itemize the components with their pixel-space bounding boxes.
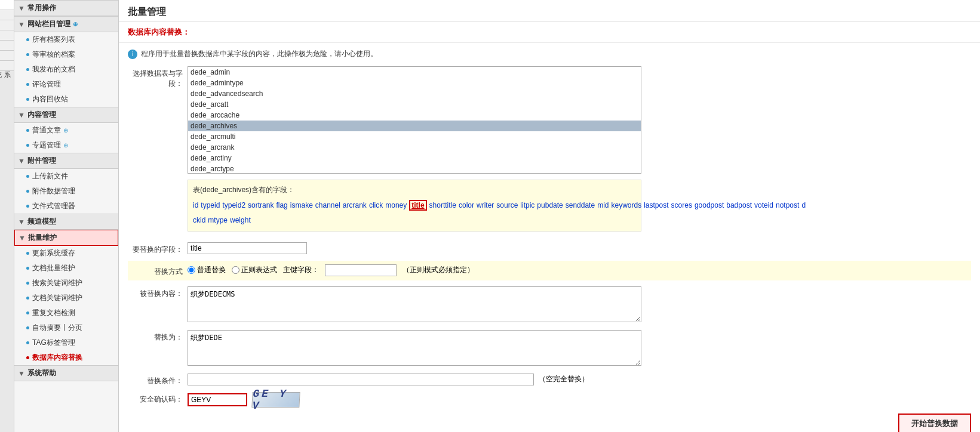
section-arrow6: ▼ bbox=[19, 234, 26, 242]
field-link[interactable]: goodpost bbox=[695, 201, 724, 209]
field-link[interactable]: keywords bbox=[611, 201, 641, 209]
form-row-replace-content: 被替换内容： bbox=[128, 286, 971, 324]
sidebar-item-normal-article[interactable]: 普通文章⊕ bbox=[14, 123, 118, 138]
field-link[interactable]: color bbox=[459, 201, 474, 209]
field-link[interactable]: pubdate bbox=[537, 201, 563, 209]
db-list-item[interactable]: dede_arcrank bbox=[188, 142, 641, 153]
sidebar-item-tag-manage[interactable]: TAG标签管理 bbox=[14, 335, 118, 350]
key-field-label: 主键字段： bbox=[283, 265, 319, 275]
field-link[interactable]: voteid bbox=[754, 201, 773, 209]
section-content-manage[interactable]: ▼ 内容管理 bbox=[14, 107, 118, 123]
sidebar-item-search-keywords[interactable]: 搜索关键词维护 bbox=[14, 276, 118, 291]
sidebar-item-doc-keywords[interactable]: 文档关键词维护 bbox=[14, 291, 118, 306]
sidebar-item-my-docs[interactable]: 我发布的文档 bbox=[14, 62, 118, 77]
sidebar-item-duplicate-check[interactable]: 重复文档检测 bbox=[14, 306, 118, 320]
section-system-label: 系统帮助 bbox=[27, 368, 56, 378]
field-link[interactable]: senddate bbox=[566, 201, 595, 209]
field-link[interactable]: litpic bbox=[520, 201, 534, 209]
sidebar-item-update-cache[interactable]: 更新系统缓存 bbox=[14, 246, 118, 261]
sidebar-item-auto-summary[interactable]: 自动摘要丨分页 bbox=[14, 320, 118, 335]
form-content-replace-content bbox=[188, 286, 971, 324]
field-link[interactable]: scores bbox=[671, 201, 692, 209]
radio-normal-label[interactable]: 普通替换 bbox=[188, 265, 226, 275]
tab-module[interactable]: 模块 bbox=[0, 10, 14, 20]
sidebar-item-special[interactable]: 专题管理⊕ bbox=[14, 138, 118, 153]
field-link[interactable]: mtype bbox=[208, 216, 228, 224]
radio-regex[interactable] bbox=[232, 266, 239, 274]
db-list-item[interactable]: dede_arcatt bbox=[188, 99, 641, 110]
field-link[interactable]: shorttitle bbox=[429, 201, 456, 209]
dot-icon bbox=[26, 98, 29, 101]
sidebar-item-upload[interactable]: 上传新文件 bbox=[14, 169, 118, 184]
sidebar-item-recycle[interactable]: 内容回收站 bbox=[14, 92, 118, 107]
tab-system[interactable]: 系统 bbox=[0, 61, 14, 71]
field-link[interactable]: typeid2 bbox=[222, 201, 245, 209]
tab-member[interactable]: 会员 bbox=[0, 41, 14, 51]
replace-field-input[interactable] bbox=[188, 242, 307, 254]
dot-icon bbox=[26, 129, 29, 132]
sidebar-item-comments[interactable]: 评论管理 bbox=[14, 77, 118, 92]
warning-text: 程序用于批量普换数据库中某字段的内容，此操作极为危险，请小心使用。 bbox=[141, 49, 377, 59]
db-list-item[interactable]: dede_arctiny bbox=[188, 153, 641, 163]
dot-icon bbox=[26, 83, 29, 86]
db-list-item[interactable]: dede_admin bbox=[188, 67, 641, 78]
form-content-submit: 开始普换数据 bbox=[188, 414, 971, 432]
field-link[interactable]: flag bbox=[276, 201, 287, 209]
field-link[interactable]: d bbox=[801, 201, 806, 209]
content-area: i 程序用于批量普换数据库中某字段的内容，此操作极为危险，请小心使用。 选择数据… bbox=[119, 43, 980, 432]
field-link[interactable]: id bbox=[193, 201, 198, 209]
section-system-help[interactable]: ▼ 系统帮助 bbox=[14, 365, 118, 381]
sidebar-item-batch-docs[interactable]: 文档批量维护 bbox=[14, 261, 118, 276]
field-link[interactable]: arcrank bbox=[343, 201, 367, 209]
condition-input[interactable] bbox=[188, 374, 534, 385]
field-link[interactable]: typeid bbox=[201, 201, 220, 209]
form-row-fields: 表(dede_archives)含有的字段：idtypeidtypeid2sor… bbox=[128, 180, 971, 236]
section-website-manage[interactable]: ▼ 网站栏目管理 ⊕ bbox=[14, 16, 118, 32]
section-channel-label: 频道模型 bbox=[27, 217, 56, 227]
tab-generate[interactable]: 生成 bbox=[0, 20, 14, 30]
field-link[interactable]: click bbox=[369, 201, 383, 209]
sidebar-item-file-manager[interactable]: 文件式管理器 bbox=[14, 199, 118, 214]
db-list-item[interactable]: dede_arccache bbox=[188, 110, 641, 121]
field-link[interactable]: ckid bbox=[193, 216, 205, 224]
section-batch-maintain[interactable]: ▼ 批量维护 bbox=[14, 230, 118, 246]
field-link[interactable]: source bbox=[496, 201, 518, 209]
db-list-item[interactable]: dede_arcmulti bbox=[188, 131, 641, 142]
field-link[interactable]: writer bbox=[477, 201, 494, 209]
submit-button[interactable]: 开始普换数据 bbox=[898, 414, 971, 432]
field-link[interactable]: channel bbox=[315, 201, 340, 209]
replace-content-textarea[interactable] bbox=[188, 286, 641, 322]
radio-regex-label[interactable]: 正则表达式 bbox=[232, 265, 277, 275]
dot-icon bbox=[26, 252, 29, 255]
field-link[interactable]: notpost bbox=[776, 201, 799, 209]
db-list-item[interactable]: dede_arctype bbox=[188, 163, 641, 174]
sidebar-item-db-replace[interactable]: 数据库内容替换 bbox=[14, 350, 118, 365]
section-attachment[interactable]: ▼ 附件管理 bbox=[14, 153, 118, 169]
section-normal-ops[interactable]: ▼ 常用操作 bbox=[14, 0, 118, 16]
sidebar-item-pending[interactable]: 等审核的档案 bbox=[14, 47, 118, 62]
tab-core[interactable]: 核心 bbox=[0, 0, 14, 10]
field-link[interactable]: money bbox=[385, 201, 407, 209]
tab-collect[interactable]: 采集 bbox=[0, 30, 14, 41]
security-code-input[interactable] bbox=[188, 393, 247, 406]
field-link[interactable]: title bbox=[409, 200, 426, 211]
radio-normal[interactable] bbox=[188, 266, 195, 274]
db-list-item[interactable]: dede_admintype bbox=[188, 78, 641, 88]
key-field-input[interactable] bbox=[325, 264, 397, 276]
field-link[interactable]: weight bbox=[230, 216, 251, 224]
field-link[interactable]: badpost bbox=[726, 201, 752, 209]
field-display: 表(dede_archives)含有的字段：idtypeidtypeid2sor… bbox=[188, 180, 641, 232]
tab-template[interactable]: 模板 bbox=[0, 51, 14, 61]
field-link[interactable]: mid bbox=[597, 201, 609, 209]
db-list-item[interactable]: dede_archives bbox=[188, 121, 641, 131]
field-link[interactable]: lastpost bbox=[644, 201, 668, 209]
field-link[interactable]: sortrank bbox=[248, 201, 274, 209]
db-table-list[interactable]: dede_admindede_admintypedede_advancedsea… bbox=[188, 66, 641, 174]
field-link[interactable]: ismake bbox=[290, 201, 313, 209]
sidebar-item-all-archives[interactable]: 所有档案列表 bbox=[14, 32, 118, 47]
sidebar-item-attachment-manage[interactable]: 附件数据管理 bbox=[14, 184, 118, 199]
section-channel[interactable]: ▼ 频道模型 bbox=[14, 214, 118, 230]
replace-with-textarea[interactable] bbox=[188, 330, 641, 366]
db-list-item[interactable]: dede_advancedsearch bbox=[188, 88, 641, 99]
dot-icon bbox=[26, 53, 29, 56]
